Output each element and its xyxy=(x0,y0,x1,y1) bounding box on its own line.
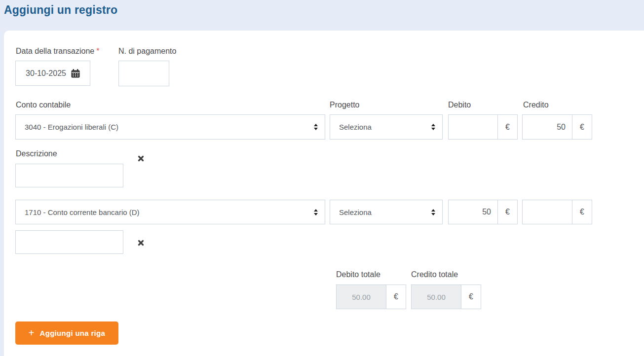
credit-input-group-row1: € xyxy=(522,114,592,140)
form-card xyxy=(4,31,644,356)
total-debit-input xyxy=(337,285,386,309)
description-input-row2[interactable] xyxy=(15,230,123,254)
required-asterisk: * xyxy=(96,47,99,55)
up-down-arrows-icon xyxy=(431,124,435,130)
payment-number-input[interactable] xyxy=(118,61,169,86)
currency-addon: € xyxy=(572,115,592,139)
currency-addon: € xyxy=(572,200,592,224)
project-select-row1-value: Seleziona xyxy=(339,123,431,131)
close-x-icon xyxy=(138,155,144,162)
add-row-button-label: Aggiungi una riga xyxy=(40,329,106,337)
account-select-row1[interactable]: 3040 - Erogazioni liberali (C) xyxy=(15,114,325,140)
total-credit-input xyxy=(412,285,461,309)
currency-addon: € xyxy=(386,285,406,309)
currency-addon: € xyxy=(498,115,517,139)
add-row-button[interactable]: + Aggiungi una riga xyxy=(15,321,118,345)
transaction-date-input[interactable]: 30-10-2025 xyxy=(15,61,90,86)
project-select-row2[interactable]: Seleziona xyxy=(330,200,443,224)
up-down-arrows-icon xyxy=(431,209,435,215)
total-credit-label: Credito totale xyxy=(411,270,458,279)
up-down-arrows-icon xyxy=(314,209,318,215)
calendar-icon[interactable] xyxy=(71,69,80,78)
payment-field-label: N. di pagamento xyxy=(118,47,176,56)
transaction-date-value: 30-10-2025 xyxy=(26,69,66,78)
project-select-row1[interactable]: Seleziona xyxy=(330,114,443,140)
account-select-row2-value: 1710 - Conto corrente bancario (D) xyxy=(25,208,314,216)
currency-addon: € xyxy=(461,285,481,309)
close-x-icon xyxy=(138,240,144,246)
up-down-arrows-icon xyxy=(314,124,318,130)
date-field-label-text: Data della transazione xyxy=(16,47,94,55)
debit-column-label: Debito xyxy=(448,101,471,109)
remove-row1-button[interactable] xyxy=(137,154,145,162)
credit-input-group-row2: € xyxy=(522,200,592,224)
total-debit-group: € xyxy=(336,285,406,309)
plus-icon: + xyxy=(29,328,35,338)
debit-input-row1[interactable] xyxy=(449,115,498,139)
description-label: Descrizione xyxy=(16,149,57,158)
description-input-row1[interactable] xyxy=(15,164,123,187)
debit-input-group-row2: € xyxy=(448,200,518,224)
remove-row2-button[interactable] xyxy=(137,239,145,247)
account-column-label: Conto contabile xyxy=(16,101,71,109)
currency-addon: € xyxy=(498,200,517,224)
date-field-label: Data della transazione* xyxy=(16,47,99,56)
account-select-row2[interactable]: 1710 - Conto corrente bancario (D) xyxy=(15,200,325,224)
debit-input-group-row1: € xyxy=(448,114,518,140)
total-credit-group: € xyxy=(411,285,481,309)
credit-column-label: Credito xyxy=(523,101,549,109)
total-debit-label: Debito totale xyxy=(336,270,380,279)
page-title: Aggiungi un registro xyxy=(4,3,117,17)
debit-input-row2[interactable] xyxy=(449,200,498,224)
credit-input-row2[interactable] xyxy=(523,200,572,224)
credit-input-row1[interactable] xyxy=(523,115,572,139)
account-select-row1-value: 3040 - Erogazioni liberali (C) xyxy=(25,123,314,131)
project-column-label: Progetto xyxy=(330,101,359,109)
project-select-row2-value: Seleziona xyxy=(339,208,431,216)
